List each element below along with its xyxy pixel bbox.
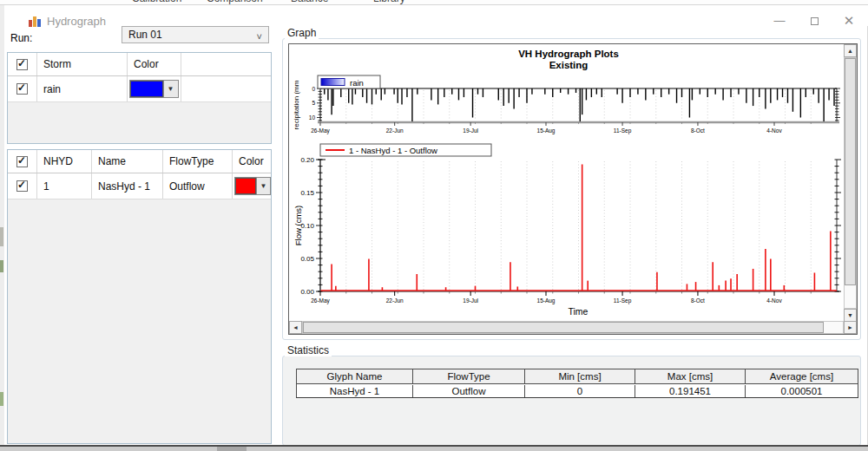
statistics-data-row[interactable]: NasHyd - 1 Outflow 0 0.191451 0.000501 (297, 385, 858, 397)
stat-header-max[interactable]: Max [cms] (635, 369, 746, 383)
hydrograph-chart: VH Hydrograph PlotsExisting051026-May22-… (289, 44, 845, 322)
scroll-left-button[interactable]: ◄ (289, 321, 302, 334)
svg-text:4-Nov: 4-Nov (766, 127, 782, 134)
parent-window-edge (0, 5, 4, 446)
scroll-up-button[interactable]: ▲ (844, 44, 857, 57)
svg-text:5: 5 (312, 100, 315, 106)
chevron-down-icon: ˅ (257, 29, 262, 44)
nhyd-column-header[interactable]: NHYD (37, 150, 92, 173)
storm-select-all-checkbox[interactable] (16, 59, 28, 70)
window-title: Hydrograph (47, 15, 106, 28)
svg-text:0.05: 0.05 (300, 255, 314, 263)
svg-text:22-Jun: 22-Jun (386, 297, 404, 304)
svg-text:0.15: 0.15 (300, 189, 314, 197)
statistics-groupbox-label: Statistics (285, 344, 332, 356)
stat-average: 0.000501 (746, 385, 858, 397)
stat-glyph-name: NasHyd - 1 (297, 385, 413, 397)
menu-item-comparison: Comparison (207, 0, 263, 4)
hyd-select-all-checkbox[interactable] (16, 156, 28, 167)
hyd-color-picker[interactable]: ▼ (234, 177, 271, 195)
stat-flowtype: Outflow (413, 385, 525, 397)
stat-header-glyph-name[interactable]: Glyph Name (297, 369, 413, 383)
svg-text:8-Oct: 8-Oct (691, 297, 705, 304)
svg-text:Time: Time (569, 306, 589, 317)
storm-column-header[interactable]: Storm (37, 53, 128, 75)
svg-text:22-Jun: 22-Jun (386, 127, 404, 134)
svg-text:Existing: Existing (549, 60, 589, 70)
statistics-header-row: Glyph Name FlowType Min [cms] Max [cms] … (297, 369, 858, 384)
storm-select-all-cell[interactable] (8, 53, 37, 75)
svg-text:rain: rain (350, 78, 364, 88)
svg-text:recipitation (mm: recipitation (mm (293, 80, 300, 129)
flowtype-cell: Outflow (163, 173, 233, 199)
svg-text:19-Jul: 19-Jul (463, 127, 478, 134)
hyd-color-column-header[interactable]: Color (233, 150, 271, 173)
hyd-row-checkbox[interactable] (16, 180, 28, 192)
storm-grid: Storm Color rain ▼ (7, 52, 272, 144)
horizontal-scroll-thumb[interactable] (303, 322, 824, 333)
run-combobox-value: Run 01 (128, 29, 162, 41)
graph-groupbox-label: Graph (285, 27, 319, 39)
storm-color-dropdown-button[interactable]: ▼ (163, 81, 177, 97)
hyd-row-nashyd[interactable]: 1 NasHyd - 1 Outflow ▼ (8, 173, 271, 199)
run-label: Run: (10, 32, 32, 44)
scroll-down-button[interactable]: ▼ (844, 309, 857, 322)
name-cell: NasHyd - 1 (92, 173, 163, 199)
hyd-grid: NHYD Name FlowType Color 1 NasHyd - 1 Ou… (7, 149, 272, 444)
statistics-table: Glyph Name FlowType Min [cms] Max [cms] … (296, 369, 858, 398)
menu-item-library: Library (373, 0, 405, 4)
storm-color-picker[interactable]: ▼ (129, 80, 179, 98)
svg-text:0: 0 (312, 86, 315, 92)
storm-name-cell: rain (37, 76, 128, 101)
svg-text:19-Jul: 19-Jul (463, 297, 478, 304)
run-combobox[interactable]: Run 01 ˅ (122, 26, 269, 43)
storm-grid-header: Storm Color (8, 53, 271, 76)
stat-header-average[interactable]: Average [cms] (746, 369, 858, 383)
storm-row-rain[interactable]: rain ▼ (8, 76, 271, 102)
menu-item-balance: Balance (291, 0, 328, 4)
svg-text:8-Oct: 8-Oct (691, 127, 705, 134)
svg-text:Flow (cms): Flow (cms) (293, 206, 303, 245)
svg-text:1 - NasHyd - 1 - Outflow: 1 - NasHyd - 1 - Outflow (349, 146, 437, 155)
svg-text:0.00: 0.00 (300, 288, 314, 296)
stat-max: 0.191451 (635, 385, 746, 397)
hydrograph-dialog: Calibration Comparison Balance Library H… (0, 0, 868, 451)
title-bar[interactable]: Hydrograph — ✕ (4, 5, 868, 26)
hyd-color-swatch (235, 178, 256, 194)
svg-text:0.20: 0.20 (300, 156, 314, 164)
maximize-button[interactable] (799, 10, 829, 31)
nhyd-cell: 1 (37, 173, 92, 199)
storm-color-swatch (130, 81, 163, 97)
svg-text:11-Sep: 11-Sep (614, 127, 632, 134)
statistics-groupbox: Glyph Name FlowType Min [cms] Max [cms] … (282, 356, 861, 446)
hyd-grid-header: NHYD Name FlowType Color (8, 150, 271, 173)
color-column-header[interactable]: Color (128, 53, 181, 75)
svg-text:4-Nov: 4-Nov (766, 297, 782, 304)
chart-panel: VH Hydrograph PlotsExisting051026-May22-… (288, 43, 858, 335)
svg-text:15-Aug: 15-Aug (537, 127, 556, 134)
hyd-color-dropdown-button[interactable]: ▼ (256, 178, 270, 194)
stat-min: 0 (525, 385, 635, 397)
svg-text:VH Hydrograph Plots: VH Hydrograph Plots (518, 49, 619, 59)
svg-text:10: 10 (309, 114, 316, 121)
vertical-scroll-thumb[interactable] (845, 58, 856, 285)
svg-text:11-Sep: 11-Sep (614, 297, 632, 304)
hydrograph-app-icon (28, 14, 42, 28)
flowtype-column-header[interactable]: FlowType (163, 150, 233, 173)
svg-text:26-May: 26-May (311, 127, 330, 134)
svg-text:15-Aug: 15-Aug (537, 297, 556, 304)
stat-header-flowtype[interactable]: FlowType (413, 369, 525, 383)
stat-header-min[interactable]: Min [cms] (525, 369, 635, 383)
minimize-button[interactable]: — (765, 10, 794, 31)
scroll-right-button[interactable]: ► (844, 321, 857, 334)
svg-text:26-May: 26-May (311, 297, 330, 304)
storm-rain-checkbox[interactable] (16, 83, 28, 95)
close-button[interactable]: ✕ (834, 10, 864, 31)
name-column-header[interactable]: Name (92, 150, 163, 173)
maximize-icon (811, 17, 819, 25)
menu-item-calibration: Calibration (132, 0, 181, 4)
